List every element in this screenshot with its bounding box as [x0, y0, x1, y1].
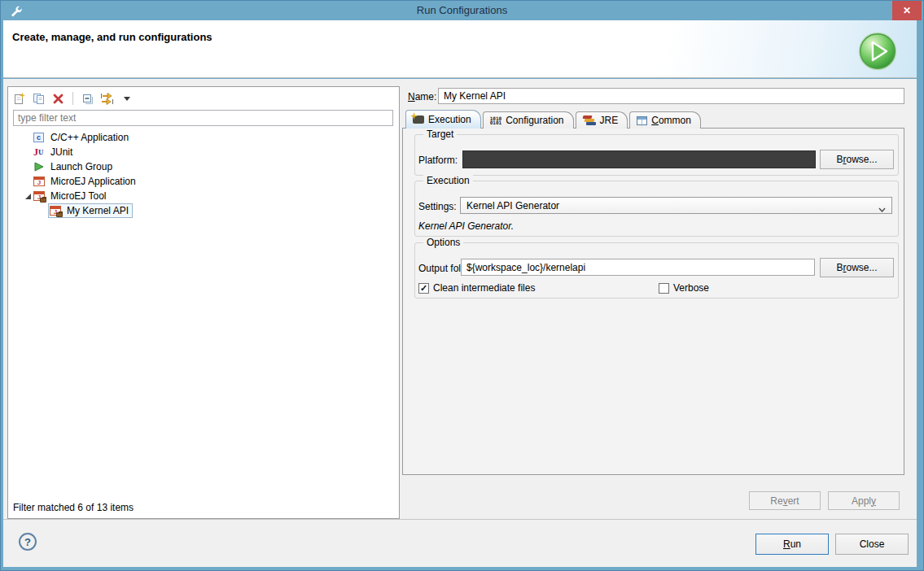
configurations-toolbar — [12, 89, 134, 107]
run-configurations-dialog: Run Configurations ✕ Create, manage, and… — [0, 0, 924, 571]
settings-label: Settings: — [418, 201, 457, 212]
checkbox-label: Clean intermediate files — [433, 282, 535, 294]
launch-group-icon — [33, 161, 48, 172]
expander-slot — [22, 161, 33, 172]
delete-configuration-icon[interactable] — [51, 92, 65, 106]
revert-button[interactable]: Revert — [749, 491, 821, 510]
tree-item-my-kernel-api[interactable]: J My Kernel API — [9, 203, 396, 218]
apply-button[interactable]: Apply — [828, 491, 900, 510]
tree-item-label: Launch Group — [50, 161, 112, 172]
close-button[interactable]: Close — [835, 534, 909, 555]
toolbar-separator — [72, 92, 73, 105]
selected-tree-item[interactable]: J My Kernel API — [48, 203, 133, 218]
microej-application-icon: J — [33, 176, 48, 187]
expander-slot — [22, 132, 33, 143]
chevron-down-icon — [878, 203, 886, 215]
name-input[interactable] — [438, 88, 904, 104]
toolbar-menu-caret-icon[interactable] — [120, 92, 134, 106]
expander-slot — [37, 205, 48, 216]
tree-item-label: JUnit — [50, 146, 72, 158]
settings-dropdown[interactable]: Kernel API Generator — [460, 197, 892, 214]
tree-item-launch-group[interactable]: Launch Group — [9, 159, 396, 174]
filter-status-text: Filter matched 6 of 13 items — [13, 502, 134, 513]
verbose-checkbox[interactable]: Verbose — [659, 282, 709, 294]
platform-label: Platform: — [418, 155, 458, 166]
duplicate-configuration-icon[interactable] — [32, 92, 46, 106]
dialog-header-banner: Create, manage, and run configurations — [3, 20, 917, 78]
window-title: Run Configurations — [1, 1, 923, 20]
run-button[interactable]: Run — [755, 534, 829, 555]
configurations-tree: c C/C++ Application JU JUnit Launch Grou… — [9, 130, 396, 218]
tab-label: Common — [651, 115, 691, 126]
tree-item-junit[interactable]: JU JUnit — [9, 145, 396, 159]
output-browse-button[interactable]: Browse... — [820, 258, 894, 277]
execution-group-legend: Execution — [423, 175, 473, 186]
tree-item-label: My Kernel API — [67, 205, 129, 216]
filter-configurations-icon[interactable] — [100, 92, 114, 106]
tree-item-cpp-application[interactable]: c C/C++ Application — [9, 130, 396, 145]
tree-expander-icon[interactable] — [22, 190, 33, 202]
execution-tab-icon — [413, 116, 424, 124]
microej-tool-icon: J — [50, 205, 64, 216]
tree-item-label: MicroEJ Tool — [50, 190, 106, 202]
c-application-icon: c — [33, 132, 48, 143]
tab-common[interactable]: Common — [629, 111, 701, 129]
platform-browse-button[interactable]: Browse... — [820, 150, 894, 169]
checkbox-label: Verbose — [673, 282, 709, 294]
title-bar[interactable]: Run Configurations ✕ — [1, 1, 923, 20]
clean-intermediate-files-checkbox[interactable]: ✓ Clean intermediate files — [418, 282, 535, 294]
bottom-separator — [3, 519, 917, 520]
platform-field[interactable] — [462, 150, 816, 168]
tree-item-microej-application[interactable]: J MicroEJ Application — [9, 174, 396, 189]
configuration-tab-icon: 10100101 — [490, 116, 501, 124]
name-label: Name: — [408, 91, 436, 102]
collapse-all-icon[interactable] — [81, 92, 94, 106]
tree-item-label: MicroEJ Application — [50, 176, 136, 187]
common-tab-icon — [637, 116, 647, 125]
new-configuration-icon[interactable] — [12, 92, 26, 106]
options-group-legend: Options — [423, 237, 463, 248]
settings-description: Kernel API Generator. — [418, 220, 514, 232]
target-group-legend: Target — [423, 129, 457, 140]
tree-item-microej-tool[interactable]: J MicroEJ Tool — [9, 189, 396, 203]
expander-slot — [22, 176, 33, 187]
microej-tool-icon: J — [33, 190, 48, 202]
tab-bar: Execution 10100101 Configuration JRE Com… — [405, 110, 703, 129]
junit-icon: JU — [33, 146, 48, 158]
output-folder-input[interactable] — [461, 259, 815, 276]
banner-title: Create, manage, and run configurations — [12, 31, 212, 43]
tab-configuration[interactable]: 10100101 Configuration — [483, 111, 574, 129]
expander-slot — [22, 146, 33, 158]
checkbox-unchecked-icon[interactable] — [659, 283, 669, 294]
tab-label: Execution — [428, 114, 471, 125]
tree-item-label: C/C++ Application — [50, 132, 129, 143]
tab-label: Configuration — [506, 115, 563, 126]
wrench-icon — [9, 4, 22, 17]
filter-input[interactable] — [13, 110, 393, 126]
help-icon: ? — [24, 536, 31, 548]
tab-jre[interactable]: JRE — [576, 111, 628, 129]
window-close-button[interactable]: ✕ — [892, 1, 922, 20]
settings-dropdown-value: Kernel API Generator — [466, 200, 559, 211]
checkbox-checked-icon[interactable]: ✓ — [418, 283, 429, 294]
tab-execution[interactable]: Execution — [405, 110, 481, 129]
tab-label: JRE — [600, 115, 619, 126]
jre-tab-icon — [583, 116, 596, 126]
help-button[interactable]: ? — [19, 533, 37, 551]
close-icon: ✕ — [903, 5, 911, 16]
run-banner-icon — [858, 32, 897, 71]
